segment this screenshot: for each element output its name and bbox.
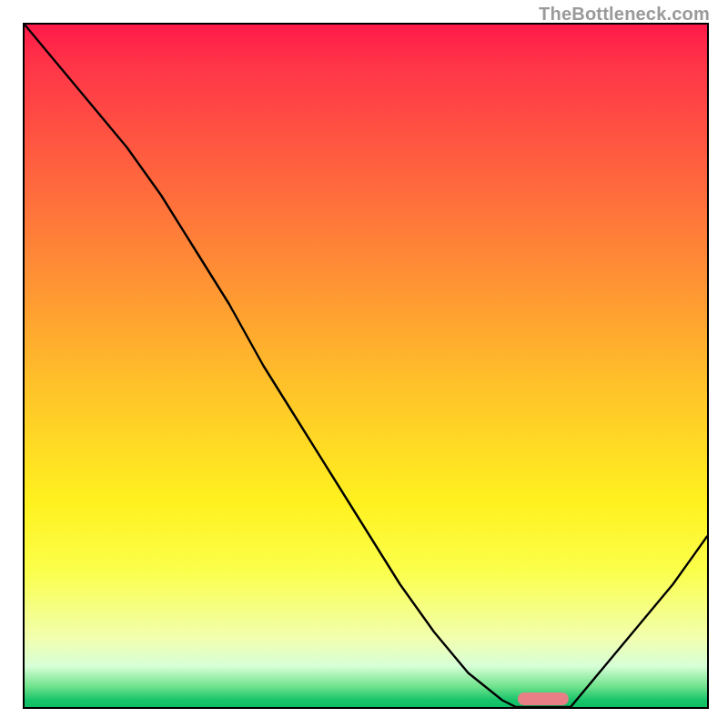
watermark-text: TheBottleneck.com	[539, 4, 710, 25]
chart-frame: TheBottleneck.com	[0, 0, 728, 728]
curve-path	[25, 25, 707, 707]
bottleneck-curve	[25, 25, 707, 707]
plot-area	[23, 23, 709, 709]
optimum-marker	[518, 693, 569, 705]
